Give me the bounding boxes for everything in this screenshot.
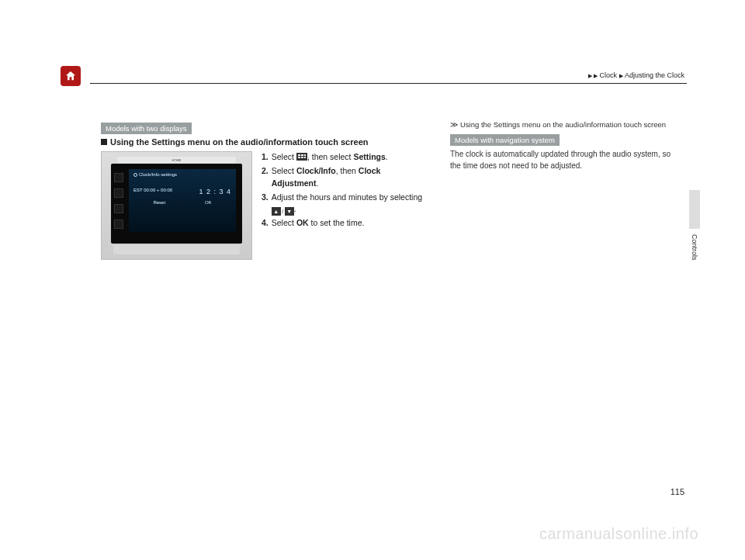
note-text: The clock is automatically updated throu… [450,149,675,171]
home-grid-icon [296,153,307,161]
watermark: carmanualsonline.info [539,525,698,543]
page-number: 115 [670,487,684,496]
chevron-right-icon [619,71,624,79]
device-ok-btn: OK [205,200,212,205]
breadcrumb: Clock Adjusting the Clock [588,71,684,79]
home-icon [64,70,77,82]
section-heading-text: Using the Settings menu on the audio/inf… [110,137,368,147]
instruction-steps: 1. Select , then select Settings. 2. Sel… [262,151,427,260]
chevron-right-icon [594,71,598,79]
model-tag-right: Models with navigation system [450,134,560,146]
step-4: 4. Select OK to set the time. [262,217,427,230]
device-est-line: EST 00:00 + 00:00 [133,188,172,195]
breadcrumb-part2: Adjusting the Clock [625,71,684,79]
clock-icon [133,173,137,177]
device-screen-title: Clock/Info settings [139,172,177,177]
chevron-right-icon [588,71,593,79]
section-label: Controls [691,234,698,261]
step-2: 2. Select Clock/Info, then Clock Adjustm… [262,165,427,190]
model-tag-left: Models with two displays [101,123,192,134]
section-heading: Using the Settings menu on the audio/inf… [101,137,427,147]
home-button[interactable] [61,66,81,86]
reference-heading: ≫ Using the Settings menu on the audio/i… [450,120,675,129]
device-time: 1 2 : 3 4 [199,188,231,195]
step-3: 3. Adjust the hours and minutes by selec… [262,192,427,216]
content-area: Models with two displays Using the Setti… [101,120,683,260]
left-column: Models with two displays Using the Setti… [101,120,427,260]
device-home-label: HOME [172,158,182,162]
device-reset-btn: Reset [153,200,165,205]
device-illustration: HOME Clock/Info settings EST 00:00 + 00:… [101,151,252,260]
square-bullet-icon [101,139,107,145]
header-rule [90,83,687,84]
right-column: ≫ Using the Settings menu on the audio/i… [450,120,675,260]
breadcrumb-part1: Clock [599,71,617,79]
section-tab [689,190,700,229]
reference-icon: ≫ [450,120,458,129]
step-1: 1. Select , then select Settings. [262,151,427,164]
reference-text: Using the Settings menu on the audio/inf… [460,120,666,129]
up-down-icon: ▲/▼ [272,207,294,216]
